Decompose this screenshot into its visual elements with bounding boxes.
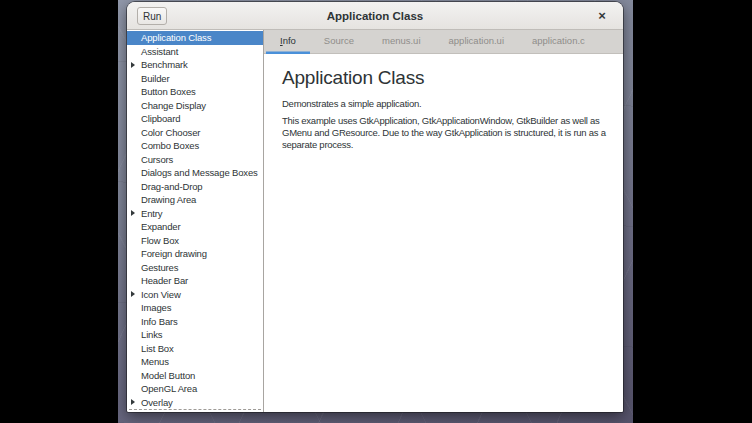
sidebar-item-label: Clipboard (141, 113, 180, 124)
window-title: Application Class (327, 10, 424, 22)
tab-bar: InfoSourcemenus.uiapplication.uiapplicat… (264, 30, 623, 54)
sidebar-item-icon-view[interactable]: Icon View (127, 288, 263, 302)
sidebar-item-label: Dialogs and Message Boxes (141, 167, 258, 178)
list-cutoff-divider (129, 409, 261, 410)
sidebar-item-label: Benchmark (141, 59, 188, 70)
sidebar-item-list-box[interactable]: List Box (127, 342, 263, 356)
sidebar-item-builder[interactable]: Builder (127, 72, 263, 86)
sidebar-item-label: Menus (141, 356, 169, 367)
sidebar-item-label: Drawing Area (141, 194, 196, 205)
sidebar-item-expander[interactable]: Expander (127, 220, 263, 234)
sidebar-item-color-chooser[interactable]: Color Chooser (127, 126, 263, 140)
sidebar-item-entry[interactable]: Entry (127, 207, 263, 221)
tab-menus-ui[interactable]: menus.ui (368, 30, 435, 54)
demo-list: Application ClassAssistantBenchmarkBuild… (127, 31, 263, 409)
sidebar-item-label: Header Bar (141, 275, 188, 286)
sidebar-item-opengl-area[interactable]: OpenGL Area (127, 382, 263, 396)
run-button[interactable]: Run (137, 7, 167, 25)
sidebar-item-label: Drag-and-Drop (141, 181, 202, 192)
sidebar-item-label: Entry (141, 208, 162, 219)
sidebar-item-button-boxes[interactable]: Button Boxes (127, 85, 263, 99)
sidebar-item-menus[interactable]: Menus (127, 355, 263, 369)
sidebar-item-label: List Box (141, 343, 174, 354)
expander-arrow-icon[interactable] (131, 62, 135, 68)
close-button[interactable]: × (593, 7, 611, 25)
expander-arrow-icon[interactable] (131, 210, 135, 216)
app-window: Run Application Class × Application Clas… (127, 2, 623, 412)
sidebar-item-application-class[interactable]: Application Class (127, 31, 263, 45)
sidebar-item-header-bar[interactable]: Header Bar (127, 274, 263, 288)
sidebar-item-change-display[interactable]: Change Display (127, 99, 263, 113)
expander-arrow-icon[interactable] (131, 291, 135, 297)
sidebar-item-dialogs-and-message-boxes[interactable]: Dialogs and Message Boxes (127, 166, 263, 180)
sidebar-item-label: Flow Box (141, 235, 179, 246)
sidebar-item-label: Icon View (141, 289, 181, 300)
screen: Run Application Class × Application Clas… (0, 0, 752, 423)
titlebar: Run Application Class × (127, 2, 623, 30)
sidebar-item-images[interactable]: Images (127, 301, 263, 315)
sidebar-item-links[interactable]: Links (127, 328, 263, 342)
sidebar-item-drawing-area[interactable]: Drawing Area (127, 193, 263, 207)
sidebar-item-label: Links (141, 329, 162, 340)
sidebar-item-info-bars[interactable]: Info Bars (127, 315, 263, 329)
tab-source[interactable]: Source (310, 30, 368, 54)
sidebar-item-label: Info Bars (141, 316, 178, 327)
sidebar-item-label: Button Boxes (141, 86, 196, 97)
sidebar-item-combo-boxes[interactable]: Combo Boxes (127, 139, 263, 153)
sidebar-item-assistant[interactable]: Assistant (127, 45, 263, 59)
window-body: Application ClassAssistantBenchmarkBuild… (127, 30, 623, 412)
sidebar-item-cursors[interactable]: Cursors (127, 153, 263, 167)
main-pane: InfoSourcemenus.uiapplication.uiapplicat… (264, 30, 623, 412)
sidebar-item-foreign-drawing[interactable]: Foreign drawing (127, 247, 263, 261)
sidebar-item-benchmark[interactable]: Benchmark (127, 58, 263, 72)
description-paragraph: This example uses GtkApplication, GtkApp… (282, 115, 609, 151)
sidebar-item-label: Color Chooser (141, 127, 200, 138)
tab-application-ui[interactable]: application.ui (435, 30, 518, 54)
sidebar-item-flow-box[interactable]: Flow Box (127, 234, 263, 248)
tab-info[interactable]: Info (266, 30, 310, 54)
tab-application-c[interactable]: application.c (518, 30, 599, 54)
sidebar-item-label: Builder (141, 73, 170, 84)
sidebar-item-clipboard[interactable]: Clipboard (127, 112, 263, 126)
sidebar-item-label: Images (141, 302, 171, 313)
sidebar-item-label: OpenGL Area (141, 383, 197, 394)
sidebar-item-label: Overlay (141, 397, 173, 408)
description-line: Demonstrates a simple application. (282, 98, 609, 110)
sidebar-item-label: Foreign drawing (141, 248, 207, 259)
sidebar-item-model-button[interactable]: Model Button (127, 369, 263, 383)
sidebar-item-overlay[interactable]: Overlay (127, 396, 263, 410)
sidebar-item-label: Expander (141, 221, 180, 232)
sidebar-item-label: Combo Boxes (141, 140, 199, 151)
sidebar-item-label: Gestures (141, 262, 178, 273)
page-title: Application Class (282, 67, 609, 89)
expander-arrow-icon[interactable] (131, 399, 135, 405)
close-icon: × (598, 8, 606, 23)
info-page: Application Class Demonstrates a simple … (264, 54, 623, 412)
sidebar-item-label: Change Display (141, 100, 206, 111)
desktop-wallpaper: Run Application Class × Application Clas… (118, 0, 633, 423)
sidebar-item-label: Assistant (141, 46, 178, 57)
sidebar-item-gestures[interactable]: Gestures (127, 261, 263, 275)
sidebar-item-label: Model Button (141, 370, 195, 381)
sidebar-item-label: Cursors (141, 154, 173, 165)
sidebar: Application ClassAssistantBenchmarkBuild… (127, 30, 264, 412)
sidebar-item-label: Application Class (141, 32, 211, 43)
sidebar-item-drag-and-drop[interactable]: Drag-and-Drop (127, 180, 263, 194)
